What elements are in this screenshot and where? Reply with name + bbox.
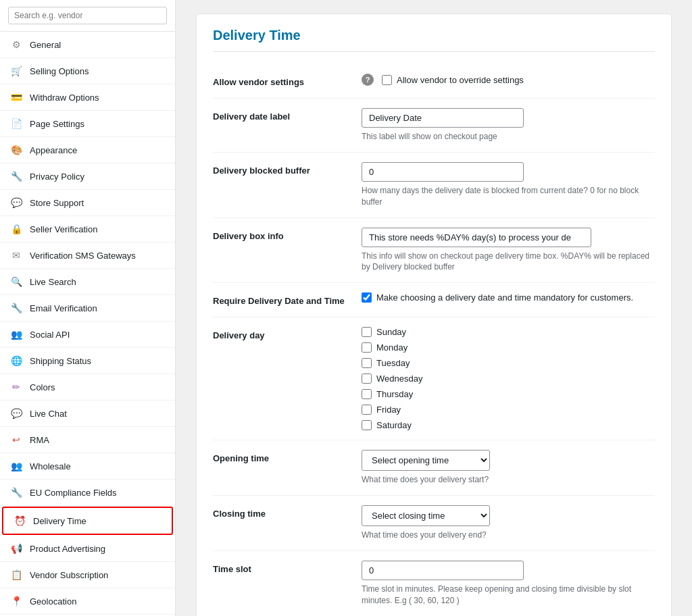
- closing-time-label: Closing time: [213, 505, 362, 520]
- sidebar-label-seller-verification: Seller Verification: [30, 224, 166, 234]
- delivery-day-checkbox-friday[interactable]: [362, 405, 372, 415]
- sidebar-item-eu-compliance[interactable]: 🔧 EU Compliance Fields: [0, 480, 175, 506]
- delivery-day-tuesday[interactable]: Tuesday: [362, 358, 655, 368]
- sidebar-item-live-chat[interactable]: 💬 Live Chat: [0, 401, 175, 427]
- sidebar-label-live-search: Live Search: [30, 277, 166, 287]
- delivery-day-monday[interactable]: Monday: [362, 342, 655, 353]
- sidebar-label-wholesale: Wholesale: [30, 461, 166, 471]
- main-content: Delivery Time Allow vendor settings ? Al…: [176, 0, 692, 616]
- delivery-day-checkbox-monday[interactable]: [362, 342, 372, 353]
- sidebar-label-store-support: Store Support: [30, 198, 166, 208]
- sidebar-label-geolocation: Geolocation: [30, 596, 166, 607]
- delivery-box-info-input[interactable]: [362, 228, 591, 247]
- delivery-day-thursday[interactable]: Thursday: [362, 389, 655, 399]
- allow-vendor-checkbox-label[interactable]: Allow vendor to override settings: [382, 75, 524, 85]
- sidebar-item-shipping-status[interactable]: 🌐 Shipping Status: [0, 348, 175, 374]
- sidebar-item-privacy-policy[interactable]: 🔧 Privacy Policy: [0, 163, 175, 190]
- delivery-day-text-tuesday: Tuesday: [376, 358, 410, 368]
- sidebar-label-delivery-time: Delivery Time: [33, 516, 162, 526]
- delivery-box-info-label: Delivery box info: [213, 228, 362, 242]
- sidebar-label-social-api: Social API: [30, 330, 166, 340]
- opening-time-row: Opening time Select opening time What ti…: [213, 440, 655, 496]
- sidebar-item-colors[interactable]: ✏ Colors: [0, 374, 175, 401]
- sidebar-item-general[interactable]: ⚙ General: [0, 32, 175, 58]
- sidebar-item-withdraw-options[interactable]: 💳 Withdraw Options: [0, 84, 175, 111]
- sidebar-search-input[interactable]: [8, 7, 167, 24]
- sidebar-item-vendor-subscription[interactable]: 📋 Vendor Subscription: [0, 562, 175, 588]
- sidebar-item-rma[interactable]: ↩ RMA: [0, 427, 175, 453]
- time-slot-hint: Time slot in minutes. Please keep openin…: [362, 584, 655, 607]
- delivery-day-text-monday: Monday: [376, 342, 407, 353]
- delivery-day-text-thursday: Thursday: [376, 389, 413, 399]
- delivery-blocked-buffer-hint: How many days the delivery date is block…: [362, 185, 655, 208]
- delivery-day-wednesday[interactable]: Wednesday: [362, 374, 655, 384]
- sidebar-item-delivery-time[interactable]: ⏰ Delivery Time: [2, 507, 173, 535]
- sidebar-item-wholesale[interactable]: 👥 Wholesale: [0, 453, 175, 480]
- sidebar-item-product-advertising[interactable]: 📢 Product Advertising: [0, 536, 175, 562]
- delivery-day-sunday[interactable]: Sunday: [362, 327, 655, 337]
- require-delivery-checkbox[interactable]: [362, 292, 372, 303]
- delivery-day-checkbox-thursday[interactable]: [362, 389, 372, 399]
- sidebar: ⚙ General 🛒 Selling Options 💳 Withdraw O…: [0, 0, 176, 616]
- sidebar-label-page-settings: Page Settings: [30, 119, 166, 129]
- delivery-day-text-friday: Friday: [376, 405, 401, 415]
- sidebar-icon-verification-sms: ✉: [9, 249, 23, 262]
- delivery-date-label-input[interactable]: [362, 108, 524, 128]
- sidebar-search-box[interactable]: [0, 0, 175, 32]
- delivery-date-label-hint: This label will show on checkout page: [362, 131, 655, 143]
- sidebar-label-email-verification: Email Verification: [30, 303, 166, 313]
- sidebar-item-seller-verification[interactable]: 🔒 Seller Verification: [0, 216, 175, 242]
- sidebar-icon-shipping-status: 🌐: [9, 354, 23, 367]
- sidebar-icon-page-settings: 📄: [9, 117, 23, 130]
- sidebar-label-selling-options: Selling Options: [30, 66, 166, 76]
- delivery-day-text-sunday: Sunday: [376, 327, 406, 337]
- sidebar-label-vendor-subscription: Vendor Subscription: [30, 570, 166, 580]
- opening-time-hint: What time does your delivery start?: [362, 474, 655, 486]
- sidebar-label-eu-compliance: EU Compliance Fields: [30, 488, 166, 498]
- allow-vendor-checkbox-text: Allow vendor to override settings: [397, 75, 524, 85]
- delivery-day-checkbox-wednesday[interactable]: [362, 374, 372, 384]
- require-delivery-checkbox-label[interactable]: Make choosing a delivery date and time m…: [362, 292, 655, 303]
- delivery-box-info-hint: This info will show on checkout page del…: [362, 251, 655, 274]
- opening-time-label: Opening time: [213, 450, 362, 465]
- sidebar-item-verification-sms[interactable]: ✉ Verification SMS Gateways: [0, 242, 175, 269]
- delivery-blocked-buffer-input[interactable]: [362, 162, 524, 182]
- sidebar-item-live-search[interactable]: 🔍 Live Search: [0, 269, 175, 295]
- require-delivery-label: Require Delivery Date and Time: [213, 292, 362, 307]
- delivery-day-friday[interactable]: Friday: [362, 405, 655, 415]
- sidebar-item-store-support[interactable]: 💬 Store Support: [0, 190, 175, 216]
- delivery-day-checkbox-tuesday[interactable]: [362, 358, 372, 368]
- sidebar-icon-selling-options: 🛒: [9, 64, 23, 78]
- sidebar-item-email-verification[interactable]: 🔧 Email Verification: [0, 295, 175, 322]
- delivery-blocked-buffer-row: Delivery blocked buffer How many days th…: [213, 153, 655, 218]
- sidebar-item-social-api[interactable]: 👥 Social API: [0, 322, 175, 348]
- sidebar-item-geolocation[interactable]: 📍 Geolocation: [0, 588, 175, 615]
- allow-vendor-help-icon[interactable]: ?: [362, 74, 374, 86]
- sidebar-label-live-chat: Live Chat: [30, 409, 166, 419]
- sidebar-icon-privacy-policy: 🔧: [9, 170, 23, 183]
- sidebar-icon-seller-verification: 🔒: [9, 222, 23, 236]
- sidebar-item-selling-options[interactable]: 🛒 Selling Options: [0, 58, 175, 84]
- delivery-day-saturday[interactable]: Saturday: [362, 420, 655, 430]
- sidebar-item-appearance[interactable]: 🎨 Appearance: [0, 137, 175, 163]
- sidebar-label-withdraw-options: Withdraw Options: [30, 93, 166, 103]
- sidebar-icon-eu-compliance: 🔧: [9, 486, 23, 499]
- delivery-day-checkbox-saturday[interactable]: [362, 420, 372, 430]
- closing-time-select[interactable]: Select closing time: [362, 505, 490, 526]
- opening-time-select[interactable]: Select opening time: [362, 450, 490, 471]
- time-slot-control: Time slot in minutes. Please keep openin…: [362, 561, 655, 607]
- sidebar-item-page-settings[interactable]: 📄 Page Settings: [0, 111, 175, 137]
- delivery-day-checkbox-sunday[interactable]: [362, 327, 372, 337]
- allow-vendor-checkbox[interactable]: [382, 75, 392, 85]
- sidebar-label-product-advertising: Product Advertising: [30, 544, 166, 554]
- time-slot-row: Time slot Time slot in minutes. Please k…: [213, 551, 655, 616]
- sidebar-icon-delivery-time: ⏰: [13, 514, 26, 528]
- delivery-box-info-row: Delivery box info This info will show on…: [213, 218, 655, 284]
- sidebar-label-rma: RMA: [30, 435, 166, 445]
- delivery-day-text-saturday: Saturday: [376, 420, 412, 430]
- sidebar-icon-withdraw-options: 💳: [9, 91, 23, 104]
- sidebar-icon-live-search: 🔍: [9, 275, 23, 288]
- sidebar-icon-appearance: 🎨: [9, 143, 23, 157]
- time-slot-input[interactable]: [362, 561, 524, 580]
- sidebar-icon-live-chat: 💬: [9, 407, 23, 420]
